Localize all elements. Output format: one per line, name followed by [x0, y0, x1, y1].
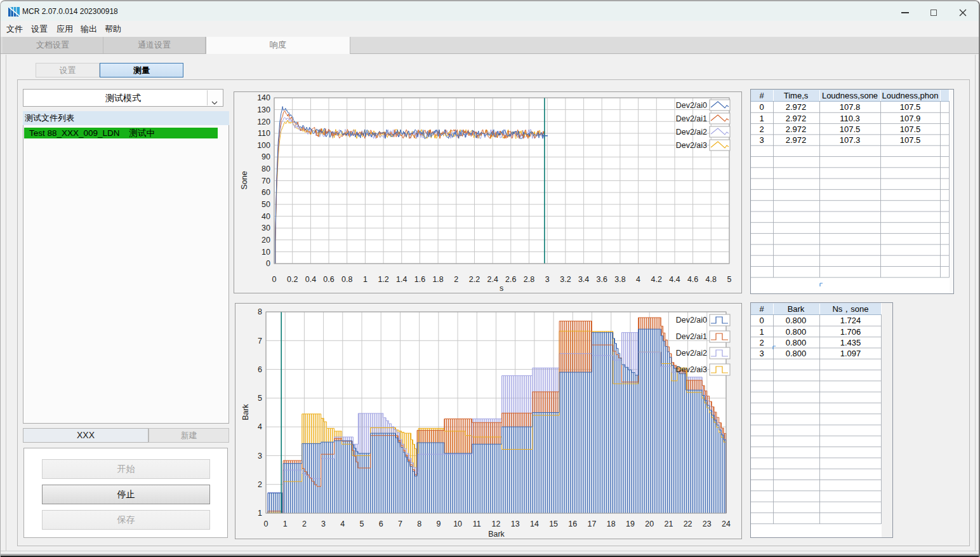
svg-text:21: 21	[664, 520, 673, 528]
svg-text:2: 2	[759, 338, 764, 347]
svg-text:Dev2/ai2: Dev2/ai2	[676, 128, 707, 137]
svg-text:110: 110	[258, 129, 270, 138]
svg-text:4.8: 4.8	[706, 275, 717, 284]
svg-text:2.972: 2.972	[786, 102, 807, 112]
svg-text:1.724: 1.724	[840, 316, 861, 325]
svg-text:Ns，sone: Ns，sone	[832, 304, 868, 314]
svg-text:70: 70	[262, 177, 270, 185]
svg-text:9: 9	[436, 520, 440, 528]
svg-text:22: 22	[684, 520, 692, 528]
svg-text:2.972: 2.972	[786, 135, 807, 145]
svg-text:20: 20	[262, 236, 270, 245]
svg-text:0.800: 0.800	[786, 316, 807, 325]
svg-text:15: 15	[549, 520, 558, 528]
svg-text:1.4: 1.4	[396, 275, 407, 284]
svg-text:Time,s: Time,s	[784, 91, 809, 100]
svg-text:2.6: 2.6	[505, 275, 516, 284]
svg-text:8: 8	[258, 307, 262, 316]
svg-text:3.6: 3.6	[597, 275, 607, 284]
svg-text:4.2: 4.2	[651, 275, 662, 284]
svg-text:Loudness,phon: Loudness,phon	[882, 91, 939, 100]
svg-text:6: 6	[258, 365, 262, 374]
svg-text:80: 80	[262, 164, 270, 173]
svg-text:40: 40	[262, 212, 270, 221]
svg-text:16: 16	[568, 520, 577, 528]
svg-text:30: 30	[262, 224, 270, 232]
svg-text:0: 0	[264, 520, 268, 528]
svg-text:0: 0	[759, 102, 764, 112]
svg-text:1: 1	[759, 114, 764, 123]
svg-text:3.4: 3.4	[578, 275, 589, 284]
svg-text:Dev2/ai0: Dev2/ai0	[676, 316, 707, 325]
svg-text:1.706: 1.706	[840, 327, 861, 337]
svg-text:130: 130	[257, 105, 270, 114]
svg-text:#: #	[759, 304, 764, 314]
svg-text:5: 5	[258, 394, 262, 403]
svg-text:2.8: 2.8	[524, 275, 534, 284]
svg-text:1.097: 1.097	[840, 349, 861, 358]
svg-text:3.2: 3.2	[560, 275, 571, 284]
svg-text:10: 10	[262, 248, 270, 257]
svg-text:107.8: 107.8	[840, 102, 861, 112]
svg-text:4: 4	[340, 520, 345, 528]
svg-text:100: 100	[257, 141, 270, 150]
svg-text:3: 3	[321, 520, 326, 528]
svg-text:0.800: 0.800	[786, 327, 807, 337]
svg-text:Dev2/ai3: Dev2/ai3	[676, 365, 707, 374]
svg-text:1: 1	[258, 509, 262, 518]
svg-text:Dev2/ai3: Dev2/ai3	[676, 141, 707, 150]
svg-text:2.2: 2.2	[469, 275, 480, 284]
svg-text:0.800: 0.800	[786, 349, 807, 358]
svg-text:60: 60	[262, 188, 270, 197]
svg-text:0.6: 0.6	[323, 275, 334, 284]
svg-text:3.8: 3.8	[614, 275, 625, 284]
svg-text:7: 7	[258, 337, 262, 346]
svg-text:2.4: 2.4	[487, 275, 498, 284]
svg-text:11: 11	[473, 520, 481, 528]
svg-text:#: #	[759, 91, 764, 100]
svg-text:0.800: 0.800	[786, 338, 807, 347]
svg-text:2.972: 2.972	[786, 114, 807, 123]
svg-text:Loudness,sone: Loudness,sone	[822, 91, 878, 100]
svg-text:3: 3	[258, 452, 262, 460]
svg-text:0: 0	[272, 275, 277, 284]
svg-text:5: 5	[727, 275, 732, 284]
svg-text:107.3: 107.3	[840, 135, 861, 145]
svg-text:140: 140	[257, 93, 270, 102]
svg-text:4: 4	[258, 422, 262, 431]
svg-text:s: s	[500, 284, 503, 293]
svg-text:Dev2/ai0: Dev2/ai0	[676, 101, 707, 110]
svg-text:3: 3	[759, 349, 764, 358]
svg-text:120: 120	[257, 117, 270, 126]
svg-text:107.9: 107.9	[900, 114, 921, 123]
svg-text:1: 1	[759, 327, 764, 337]
svg-text:18: 18	[607, 520, 616, 528]
svg-text:0.8: 0.8	[341, 275, 352, 284]
svg-text:1.6: 1.6	[414, 275, 425, 284]
svg-text:4: 4	[636, 275, 640, 284]
svg-text:3: 3	[545, 275, 550, 284]
svg-text:90: 90	[262, 152, 270, 161]
svg-text:24: 24	[722, 520, 731, 528]
svg-text:Dev2/ai1: Dev2/ai1	[676, 332, 707, 341]
svg-text:8: 8	[417, 520, 421, 528]
svg-text:107.5: 107.5	[840, 124, 861, 134]
svg-text:6: 6	[379, 520, 383, 528]
svg-text:1.8: 1.8	[432, 275, 443, 284]
svg-text:2: 2	[454, 275, 458, 284]
svg-text:107.5: 107.5	[900, 135, 921, 145]
svg-text:12: 12	[492, 520, 501, 528]
svg-text:19: 19	[626, 520, 635, 528]
svg-text:1.2: 1.2	[378, 275, 388, 284]
svg-text:1: 1	[363, 275, 368, 284]
svg-text:10: 10	[453, 520, 462, 528]
svg-text:Bark: Bark	[241, 403, 250, 420]
svg-text:0.4: 0.4	[305, 275, 316, 284]
svg-text:1: 1	[283, 520, 288, 528]
svg-text:50: 50	[262, 200, 270, 209]
svg-text:2: 2	[759, 124, 764, 134]
svg-text:110.3: 110.3	[840, 114, 860, 123]
svg-text:0.2: 0.2	[287, 275, 298, 284]
svg-text:0: 0	[759, 316, 764, 325]
svg-text:2: 2	[258, 480, 262, 489]
